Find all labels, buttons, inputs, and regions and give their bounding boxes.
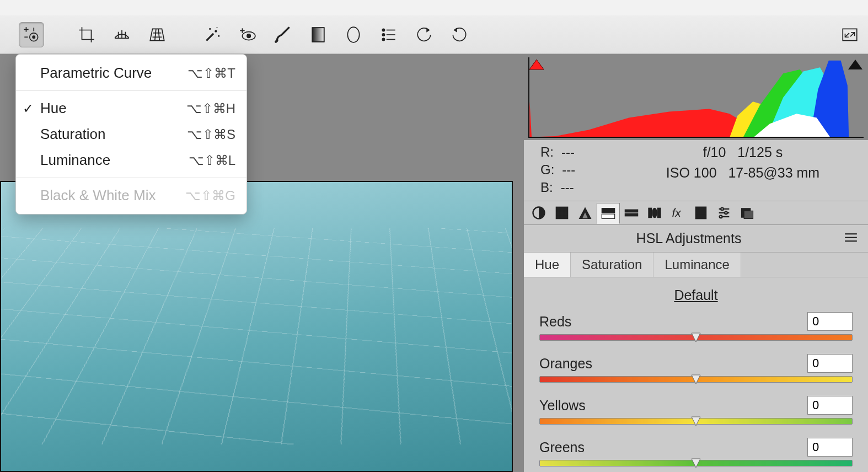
image-preview[interactable]: [0, 181, 513, 472]
menu-separator: [16, 178, 247, 178]
menu-item-bw-mix: Black & White Mix ⌥⇧⌘G: [16, 183, 247, 208]
default-link[interactable]: Default: [524, 277, 868, 312]
sub-tab-hue[interactable]: Hue: [524, 253, 571, 277]
svg-point-14: [215, 30, 217, 32]
svg-point-56: [721, 208, 724, 211]
rotate-ccw-tool[interactable]: [411, 22, 437, 47]
slider-oranges: Oranges: [539, 354, 853, 383]
slider-label: Reds: [539, 314, 807, 330]
slider-track[interactable]: [539, 376, 853, 383]
svg-point-24: [347, 27, 359, 42]
slider-yellows: Yellows: [539, 396, 853, 425]
r-value: ---: [561, 144, 575, 160]
adjustment-brush-tool[interactable]: [270, 22, 296, 47]
r-label: R:: [540, 144, 554, 160]
svg-point-19: [247, 34, 250, 37]
tab-snapshots[interactable]: [736, 202, 759, 223]
crop-tool[interactable]: [74, 22, 99, 47]
svg-rect-43: [625, 213, 637, 216]
svg-point-1: [33, 36, 35, 38]
g-value: ---: [562, 162, 575, 178]
targeted-adjustment-tool[interactable]: [19, 22, 44, 47]
aperture-value: f/10: [703, 144, 726, 160]
tab-effects[interactable]: fx: [666, 202, 689, 223]
svg-rect-46: [658, 208, 661, 217]
radial-filter-tool[interactable]: [341, 22, 366, 47]
tab-basic[interactable]: [527, 202, 550, 223]
slider-greens: Greens: [539, 438, 853, 466]
tab-split-toning[interactable]: [620, 202, 643, 223]
slider-track[interactable]: [539, 460, 853, 466]
lens-value: 17-85@33 mm: [728, 165, 819, 180]
svg-rect-23: [312, 28, 324, 42]
histogram[interactable]: [524, 54, 868, 140]
menu-item-luminance[interactable]: Luminance ⌥⇧⌘L: [16, 147, 247, 173]
panel-menu-icon[interactable]: [844, 232, 858, 245]
svg-point-58: [720, 216, 722, 218]
svg-text:fx: fx: [672, 206, 682, 219]
slider-list: Reds Oranges: [524, 312, 868, 466]
svg-point-27: [382, 33, 384, 35]
transform-tool[interactable]: [144, 22, 170, 47]
slider-value-input[interactable]: [807, 312, 853, 331]
svg-rect-41: [602, 214, 614, 218]
slider-value-input[interactable]: [807, 354, 853, 373]
svg-rect-44: [649, 208, 652, 217]
graduated-filter-tool[interactable]: [306, 22, 331, 47]
slider-thumb[interactable]: [690, 332, 701, 343]
slider-thumb[interactable]: [690, 374, 701, 385]
svg-line-33: [845, 33, 849, 36]
tab-presets[interactable]: [712, 202, 736, 223]
slider-value-input[interactable]: [807, 396, 853, 415]
red-eye-tool[interactable]: [235, 22, 260, 47]
sub-tab-saturation[interactable]: Saturation: [571, 253, 653, 277]
svg-line-12: [155, 29, 156, 40]
panel-icon-tabs: fx: [524, 201, 868, 225]
slider-thumb[interactable]: [690, 458, 701, 469]
straighten-tool[interactable]: [109, 22, 135, 47]
slider-reds: Reds: [539, 312, 853, 341]
preferences-tool[interactable]: [376, 22, 401, 47]
svg-line-13: [158, 29, 159, 40]
rotate-cw-tool[interactable]: [447, 22, 472, 47]
svg-point-15: [209, 28, 211, 29]
sub-tab-luminance[interactable]: Luminance: [653, 253, 741, 277]
tab-calibration[interactable]: [689, 202, 712, 223]
slider-label: Greens: [539, 439, 807, 455]
slider-label: Oranges: [539, 356, 807, 372]
svg-rect-60: [744, 211, 753, 219]
svg-line-32: [850, 32, 854, 36]
window-title-bar: Camera Raw 11.2 beta - Canon EOS 30D: [0, 0, 868, 15]
toolbar: [0, 15, 868, 54]
tab-curve[interactable]: [550, 202, 574, 223]
svg-point-29: [382, 38, 384, 40]
svg-point-51: [697, 208, 698, 209]
menu-item-hue[interactable]: ✓ Hue ⌥⇧⌘H: [16, 95, 247, 121]
svg-point-45: [653, 208, 657, 217]
slider-track[interactable]: [539, 334, 853, 341]
b-value: ---: [561, 180, 574, 195]
tat-dropdown-menu: Parametric Curve ⌥⇧⌘T ✓ Hue ⌥⇧⌘H Saturat…: [15, 54, 247, 214]
slider-thumb[interactable]: [690, 416, 701, 427]
tab-hsl[interactable]: [597, 203, 620, 224]
menu-item-parametric-curve[interactable]: Parametric Curve ⌥⇧⌘T: [16, 60, 247, 86]
hsl-sub-tabs: Hue Saturation Luminance: [524, 252, 868, 277]
svg-point-16: [218, 35, 219, 36]
tab-detail[interactable]: [574, 202, 597, 223]
window-title: Camera Raw 11.2 beta - Canon EOS 30D: [301, 0, 567, 1]
b-label: B:: [540, 180, 553, 195]
slider-track[interactable]: [539, 418, 853, 425]
svg-point-52: [704, 208, 705, 209]
svg-point-17: [216, 27, 217, 28]
tab-lens[interactable]: [643, 202, 666, 223]
menu-item-saturation[interactable]: Saturation ⌥⇧⌘S: [16, 121, 247, 147]
panel-title: HSL Adjustments: [534, 230, 844, 246]
spot-removal-tool[interactable]: [200, 22, 225, 47]
toggle-fullscreen-tool[interactable]: [837, 22, 862, 47]
svg-rect-35: [556, 207, 568, 219]
check-icon: ✓: [23, 101, 34, 116]
slider-value-input[interactable]: [807, 438, 853, 457]
svg-rect-40: [602, 208, 614, 213]
shutter-value: 1/125 s: [737, 144, 783, 160]
svg-point-57: [725, 212, 727, 214]
